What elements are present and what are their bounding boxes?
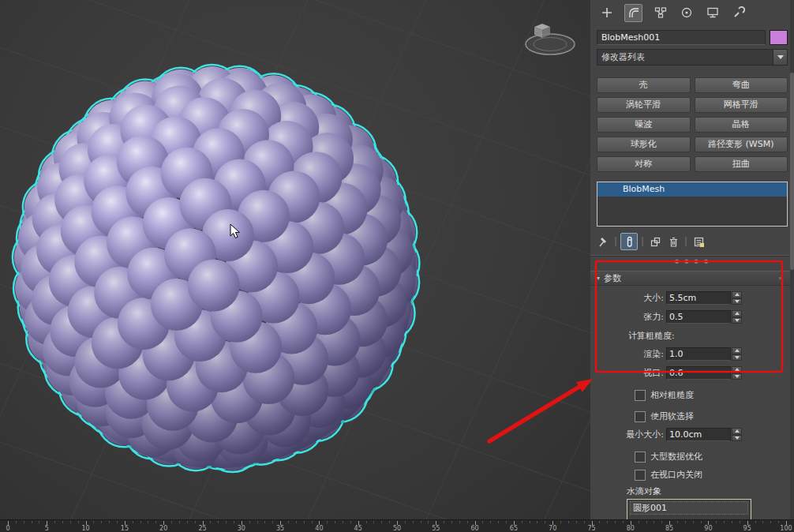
timeline-tick <box>187 521 188 523</box>
remove-modifier-button[interactable] <box>665 234 681 249</box>
modifier-button-symmetry[interactable]: 对称 <box>597 156 691 172</box>
modifier-stack-list[interactable]: BlobMesh <box>597 182 788 227</box>
min-size-input[interactable]: 10.0cm <box>666 428 731 441</box>
use-soft-selection-checkbox[interactable] <box>635 411 646 422</box>
gizmo-ring <box>526 34 575 54</box>
wrench-icon <box>732 6 745 19</box>
configure-modifier-sets-button[interactable] <box>691 234 706 249</box>
utilities-tab[interactable] <box>730 5 747 21</box>
tension-spinner[interactable] <box>732 310 742 324</box>
timeline-tick <box>428 521 429 523</box>
timeline-tick <box>482 521 483 523</box>
spinner-up-icon[interactable] <box>732 428 742 435</box>
show-end-result-button[interactable] <box>620 233 638 250</box>
timeline-ruler[interactable]: 0510152025303540455055606570758085909510… <box>0 519 794 532</box>
large-data-optimization-checkbox[interactable] <box>635 451 646 463</box>
large-data-optimization-option: 大型数据优化 <box>635 451 794 463</box>
timeline-tick <box>724 521 725 523</box>
modifier-button-spherify[interactable]: 球形化 <box>597 137 691 152</box>
dropdown-button[interactable] <box>773 50 787 65</box>
timeline-tick <box>296 521 297 523</box>
render-spinner[interactable] <box>732 347 742 361</box>
size-spinner[interactable] <box>732 291 742 305</box>
timeline-tick-label: 0 <box>6 525 9 532</box>
trash-icon <box>668 236 680 248</box>
modifier-button-lattice[interactable]: 晶格 <box>695 117 788 133</box>
timeline-tick <box>133 521 133 523</box>
modifier-list-dropdown[interactable]: 修改器列表 <box>597 49 788 66</box>
viewport-3d[interactable] <box>0 0 590 519</box>
timeline-tick <box>405 521 406 523</box>
timeline-tick <box>677 521 678 523</box>
spinner-down-icon[interactable] <box>732 435 742 442</box>
spinner-up-icon[interactable] <box>732 347 742 354</box>
object-color-swatch[interactable] <box>770 30 788 45</box>
create-tab[interactable] <box>598 5 615 21</box>
size-label: 大小: <box>643 292 664 304</box>
stack-item-blobmesh[interactable]: BlobMesh <box>597 182 787 197</box>
relative-coarseness-checkbox[interactable] <box>635 390 646 401</box>
timeline-tick <box>451 521 452 523</box>
timeline-tick-label: 70 <box>549 525 556 532</box>
timeline-tick-label: 20 <box>159 525 167 532</box>
timeline-tick <box>444 521 444 523</box>
timeline-tick <box>257 521 258 523</box>
object-name-input[interactable]: BlobMesh001 <box>597 30 766 45</box>
rollout-drag-handle[interactable]: ● ● ● ● <box>590 258 794 264</box>
modifier-button-twist[interactable]: 扭曲 <box>695 156 788 172</box>
modifier-button-shell[interactable]: 壳 <box>597 77 691 93</box>
spinner-down-icon[interactable] <box>732 317 742 324</box>
modifier-button-noise[interactable]: 噪波 <box>597 117 691 133</box>
blob-objects-list[interactable]: 圆形001 <box>627 499 751 519</box>
hierarchy-tab[interactable] <box>652 5 669 21</box>
timeline-tick <box>607 521 608 523</box>
pin-stack-button[interactable] <box>595 234 611 249</box>
timeline-tick <box>701 521 702 523</box>
tension-parameter-row: 张力: 0.5 <box>590 310 742 324</box>
timeline-tick <box>101 521 102 523</box>
blob-object-item[interactable]: 圆形001 <box>630 501 748 515</box>
plus-icon <box>601 6 613 19</box>
view-navigation-gizmo[interactable] <box>517 17 583 66</box>
timeline-tick <box>54 521 55 523</box>
modifier-button-meshsmooth[interactable]: 网格平滑 <box>695 97 788 113</box>
panel-scrollbar[interactable] <box>790 0 794 519</box>
motion-tab[interactable] <box>678 5 695 21</box>
spinner-down-icon[interactable] <box>732 373 742 380</box>
spinner-down-icon[interactable] <box>732 354 742 362</box>
modify-tab[interactable] <box>624 4 642 22</box>
timeline-tick-label: 80 <box>627 525 635 532</box>
size-parameter-row: 大小: 5.5cm <box>590 291 742 305</box>
viewport-coarseness-row: 视口: 0.6 <box>590 366 742 380</box>
timeline-tick-label: 55 <box>432 525 440 532</box>
timeline-tick <box>599 521 600 523</box>
command-panel: BlobMesh001 修改器列表 壳 弯曲 涡轮平滑 网格平滑 噪波 晶格 球… <box>590 0 794 519</box>
modifier-button-pathdeform-wsm[interactable]: 路径变形 (WSM) <box>695 137 788 152</box>
timeline-tick-label: 30 <box>238 525 245 532</box>
spinner-up-icon[interactable] <box>732 310 742 317</box>
parameters-rollout-header[interactable]: ▾ 参数 ≡ <box>590 271 794 286</box>
timeline-tick <box>93 521 94 523</box>
timeline-tick <box>459 521 460 523</box>
viewport-spinner[interactable] <box>732 366 742 380</box>
spinner-down-icon[interactable] <box>732 298 742 305</box>
min-size-spinner[interactable] <box>732 428 742 441</box>
make-unique-button[interactable] <box>647 234 663 249</box>
display-tab[interactable] <box>704 5 721 21</box>
timeline-tick <box>506 521 507 523</box>
scrollbar-thumb[interactable] <box>790 73 794 270</box>
modifier-button-turbosmooth[interactable]: 涡轮平滑 <box>597 97 691 113</box>
size-input[interactable]: 5.5cm <box>666 291 731 305</box>
timeline-tick <box>155 521 156 523</box>
off-in-viewport-label: 在视口内关闭 <box>650 469 702 481</box>
blobmesh-object[interactable] <box>0 0 590 519</box>
tension-input[interactable]: 0.5 <box>666 310 731 324</box>
modifier-stack-toolbar: | | | <box>595 233 789 250</box>
spinner-up-icon[interactable] <box>732 291 742 298</box>
spinner-up-icon[interactable] <box>732 366 742 373</box>
modifier-button-bend[interactable]: 弯曲 <box>695 77 788 93</box>
viewport-input[interactable]: 0.6 <box>666 366 731 380</box>
off-in-viewport-checkbox[interactable] <box>635 470 646 481</box>
render-input[interactable]: 1.0 <box>666 347 731 361</box>
timeline-tick-label: 35 <box>276 525 284 532</box>
